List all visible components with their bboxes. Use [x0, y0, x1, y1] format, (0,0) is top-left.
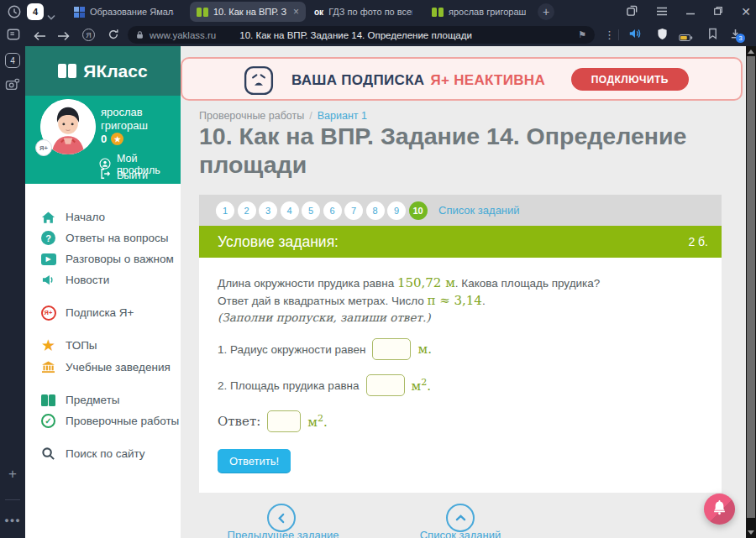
tabs-panel-icon[interactable]: 4: [5, 53, 20, 68]
breadcrumb-variant-link[interactable]: Вариант 1: [318, 110, 367, 122]
task-number-5[interactable]: 5: [302, 201, 320, 220]
subscription-banner: ВАША ПОДПИСКАЯ+ НЕАКТИВНА ПОДКЛЮЧИТЬ: [181, 57, 743, 101]
task-number-2[interactable]: 2: [238, 201, 256, 220]
yandex-search-icon[interactable]: Я: [82, 29, 95, 41]
tab-close-icon[interactable]: ×: [293, 6, 299, 18]
user-first-name: ярослав: [101, 106, 143, 118]
tab-title: ГДЗ по фото по всем пре: [328, 7, 412, 17]
breadcrumb-tests-link[interactable]: Проверочные работы: [199, 110, 304, 122]
more-options-icon[interactable]: ⋮: [604, 29, 615, 41]
collections-icon[interactable]: [707, 28, 718, 43]
close-window-icon[interactable]: ✕: [741, 5, 751, 18]
ya-plus-icon: Я+: [40, 306, 56, 321]
home-icon: [40, 211, 56, 224]
question-icon: ?: [40, 231, 56, 245]
sidebar-item-search[interactable]: Поиск по сайту: [40, 446, 145, 462]
sidebar-item-talks[interactable]: ▶ Разговоры о важном: [40, 251, 174, 267]
green-book-favicon: [432, 8, 444, 17]
tab-obrazovanie-yamala[interactable]: Образование Ямала. Дне: [67, 2, 186, 22]
sidebar-item-tops[interactable]: ★ ТОПы: [40, 337, 97, 353]
tab-title: ярослав григораш порт: [449, 7, 526, 17]
radius-input[interactable]: [372, 338, 411, 360]
area-input[interactable]: [366, 374, 405, 396]
condition-header: Условие задания:: [218, 233, 688, 251]
browser-side-strip: 4 + ●●●: [0, 46, 25, 538]
forward-icon[interactable]: [57, 29, 70, 44]
answer-unit: м: [307, 415, 318, 430]
ok-favicon: ок: [314, 8, 323, 17]
previous-task-button[interactable]: [267, 504, 296, 532]
task-list-link[interactable]: Список заданий: [438, 204, 520, 217]
submit-answer-button[interactable]: Ответить!: [218, 449, 291, 473]
task-number-9[interactable]: 9: [387, 201, 406, 220]
question-2-label: 2. Площадь прудика равна: [218, 379, 360, 392]
tab-gdz[interactable]: ок ГДЗ по фото по всем пре: [307, 2, 422, 22]
sidebar-item-label: ТОПы: [66, 339, 97, 352]
sidebar-item-subjects[interactable]: Предметы: [40, 392, 120, 408]
task-number-6[interactable]: 6: [323, 201, 342, 220]
lock-icon: [136, 28, 144, 43]
connect-subscription-button[interactable]: ПОДКЛЮЧИТЬ: [571, 68, 689, 91]
task-number-4[interactable]: 4: [281, 201, 299, 220]
sidebar-item-answers[interactable]: ? Ответы на вопросы: [40, 230, 168, 246]
search-icon: [40, 447, 56, 461]
answer-input[interactable]: [267, 410, 301, 432]
strip-more-icon[interactable]: ●●●: [0, 516, 25, 525]
chevron-down-icon[interactable]: [47, 8, 55, 24]
notification-bell-button[interactable]: [704, 494, 735, 525]
scroll-up-arrow-icon[interactable]: [748, 50, 754, 54]
logo-text: ЯКласс: [83, 61, 147, 81]
url-bar[interactable]: www.yaklass.ru 10. Как на ВПР. Задание 1…: [128, 26, 595, 44]
sidebar-item-home[interactable]: Начало: [40, 209, 105, 225]
yaklass-page: ЯКласс Я+ ярослав: [25, 46, 746, 538]
sidebar-item-news[interactable]: Новости: [40, 272, 109, 288]
tab-groups-icon[interactable]: [626, 4, 638, 20]
previous-task-label[interactable]: Предыдущее задание: [220, 529, 346, 538]
sidebar-toggle-icon[interactable]: [7, 28, 20, 44]
video-icon: ▶: [40, 253, 56, 265]
task-number-1[interactable]: 1: [216, 201, 234, 220]
task-number-8[interactable]: 8: [366, 201, 385, 220]
sidebar-item-label: Предметы: [66, 394, 120, 406]
protect-shield-icon[interactable]: [657, 28, 668, 44]
bookmark-flag-icon[interactable]: ⚑: [578, 29, 586, 40]
refresh-icon[interactable]: [108, 29, 119, 44]
task-list-button[interactable]: [446, 504, 475, 532]
tab-counter[interactable]: 4: [27, 3, 44, 20]
question-2-row: 2. Площадь прудика равна м2.: [218, 374, 708, 396]
task-number-7[interactable]: 7: [344, 201, 363, 220]
task-number-3[interactable]: 3: [259, 201, 277, 220]
screenshot-icon[interactable]: [5, 78, 20, 95]
star-icon: ★: [40, 338, 56, 353]
sidebar-item-schools[interactable]: Учебные заведения: [40, 359, 171, 375]
task-text: Длина окружности прудика равна 150,72 м.…: [218, 274, 708, 310]
new-tab-button[interactable]: +: [538, 3, 554, 20]
task-math-pi: π ≈ 3,14: [428, 293, 482, 308]
task-number-strip: 1 2 3 4 5 6 7 8 9 10 Список заданий: [199, 195, 722, 226]
back-icon[interactable]: [34, 29, 46, 44]
browser-menu-icon[interactable]: [656, 4, 668, 19]
sound-icon[interactable]: [628, 28, 642, 43]
scroll-down-arrow-icon[interactable]: [748, 530, 754, 535]
minimize-icon[interactable]: [685, 4, 696, 19]
tab-portfolio[interactable]: ярослав григораш порт: [425, 2, 533, 22]
banner-message-prefix: ВАША ПОДПИСКА: [291, 72, 424, 88]
task-number-10-active[interactable]: 10: [409, 201, 428, 220]
downloads-icon[interactable]: 3: [729, 28, 742, 44]
sidebar-item-subscription[interactable]: Я+ Подписка Я+: [40, 305, 134, 321]
add-panel-icon[interactable]: +: [0, 466, 25, 483]
logout-link[interactable]: Выйти: [99, 168, 148, 182]
history-clock-icon[interactable]: [7, 4, 22, 23]
restore-window-icon[interactable]: [713, 4, 723, 19]
sidebar-item-label: Учебные заведения: [66, 361, 171, 373]
tab-yaklass-active[interactable]: 10. Как на ВПР. Задани ×: [190, 2, 306, 22]
yaklass-logo[interactable]: ЯКласс: [25, 46, 181, 96]
sidebar-item-tests[interactable]: ✓ Проверочные работы: [40, 413, 179, 429]
task-card: 1 2 3 4 5 6 7 8 9 10 Список заданий Усло…: [199, 195, 722, 493]
battery-icon[interactable]: [679, 30, 693, 45]
download-badge: 3: [736, 34, 745, 43]
page-scrollbar[interactable]: [746, 46, 756, 538]
task-list-label[interactable]: Список заданий: [406, 529, 515, 538]
scrollbar-thumb[interactable]: [747, 56, 755, 518]
sidebar-item-label: Ответы на вопросы: [66, 232, 168, 244]
